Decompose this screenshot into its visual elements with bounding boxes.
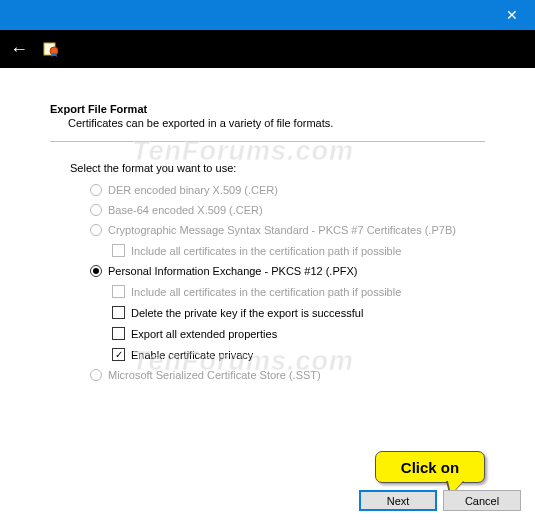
page-heading: Export File Format (50, 103, 485, 115)
option-label: DER encoded binary X.509 (.CER) (108, 184, 278, 196)
page-subheading: Certificates can be exported in a variet… (68, 117, 485, 129)
format-prompt: Select the format you want to use: (70, 162, 485, 174)
option-pfx-delete-key[interactable]: Delete the private key if the export is … (112, 306, 485, 319)
option-pfx-cert-privacy[interactable]: Enable certificate privacy (112, 348, 485, 361)
checkbox-export-extended[interactable] (112, 327, 125, 340)
close-button[interactable]: ✕ (489, 0, 535, 30)
checkbox-delete-key[interactable] (112, 306, 125, 319)
close-icon: ✕ (506, 7, 518, 23)
nav-bar: ← (0, 30, 535, 68)
back-button[interactable]: ← (10, 39, 28, 60)
cancel-button[interactable]: Cancel (443, 490, 521, 511)
option-label: Base-64 encoded X.509 (.CER) (108, 204, 263, 216)
option-label: Export all extended properties (131, 328, 277, 340)
radio-sst (90, 369, 102, 381)
option-label: Cryptographic Message Syntax Standard - … (108, 224, 456, 236)
option-label: Personal Information Exchange - PKCS #12… (108, 265, 357, 277)
format-options: DER encoded binary X.509 (.CER) Base-64 … (90, 184, 485, 381)
checkbox-p7b-chain (112, 244, 125, 257)
radio-base64 (90, 204, 102, 216)
option-base64: Base-64 encoded X.509 (.CER) (90, 204, 485, 216)
wizard-footer: Next Cancel (359, 490, 521, 511)
next-button[interactable]: Next (359, 490, 437, 511)
certificate-icon (42, 40, 60, 58)
radio-der (90, 184, 102, 196)
option-sst: Microsoft Serialized Certificate Store (… (90, 369, 485, 381)
divider (50, 141, 485, 142)
annotation-callout: Click on (375, 451, 485, 483)
option-der: DER encoded binary X.509 (.CER) (90, 184, 485, 196)
radio-p7b (90, 224, 102, 236)
option-label: Include all certificates in the certific… (131, 286, 401, 298)
option-label: Microsoft Serialized Certificate Store (… (108, 369, 321, 381)
wizard-content: Export File Format Certificates can be e… (0, 68, 535, 381)
option-pfx-chain: Include all certificates in the certific… (112, 285, 485, 298)
option-p7b: Cryptographic Message Syntax Standard - … (90, 224, 485, 236)
checkbox-pfx-chain (112, 285, 125, 298)
checkbox-cert-privacy[interactable] (112, 348, 125, 361)
radio-pfx[interactable] (90, 265, 102, 277)
titlebar: ✕ (0, 0, 535, 30)
option-p7b-chain: Include all certificates in the certific… (112, 244, 485, 257)
option-label: Include all certificates in the certific… (131, 245, 401, 257)
option-label: Enable certificate privacy (131, 349, 253, 361)
option-pfx[interactable]: Personal Information Exchange - PKCS #12… (90, 265, 485, 277)
option-label: Delete the private key if the export is … (131, 307, 363, 319)
option-pfx-export-extended[interactable]: Export all extended properties (112, 327, 485, 340)
